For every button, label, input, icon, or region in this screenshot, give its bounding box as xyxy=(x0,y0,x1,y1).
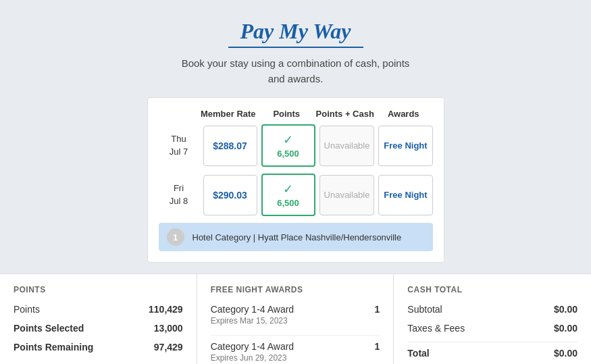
col-awards-header: Awards xyxy=(374,109,433,119)
cash-panel: CASH TOTAL Subtotal $0.00 Taxes & Fees $… xyxy=(394,274,591,364)
title-underline xyxy=(228,47,363,48)
free-night-award-1: Category 1-4 Award xyxy=(211,341,294,352)
points-panel: POINTS Points 110,429 Points Selected 13… xyxy=(0,274,197,364)
bottom-section: POINTS Points 110,429 Points Selected 13… xyxy=(0,274,591,364)
col-points-cash-header: Points + Cash xyxy=(316,109,375,119)
awards-row2[interactable]: Free Night xyxy=(378,175,432,215)
points-label-0: Points xyxy=(14,304,40,315)
subtitle: Book your stay using a combination of ca… xyxy=(14,56,577,86)
points-cash-row2: Unavailable xyxy=(319,175,375,215)
free-night-panel-title: FREE NIGHT AWARDS xyxy=(211,285,380,294)
points-panel-title: POINTS xyxy=(14,285,183,294)
hotel-category-bar: 1 Hotel Category | Hyatt Place Nashville… xyxy=(159,223,433,251)
free-night-expires-0: Expires Mar 15, 2023 xyxy=(211,316,380,326)
table-row: Fri Jul 8 $290.03 ✓ 6,500 Unavailable Fr… xyxy=(159,174,433,216)
points-value-row1: 6,500 xyxy=(277,149,299,159)
cash-value-1: $0.00 xyxy=(554,323,577,334)
free-night-count-1: Category 1-4 Award 1 xyxy=(211,341,380,352)
category-badge: 1 xyxy=(167,228,184,246)
points-value-1: 13,000 xyxy=(154,323,183,334)
table-header: Member Rate Points Points + Cash Awards xyxy=(159,109,433,119)
divider xyxy=(211,335,380,336)
points-value-0: 110,429 xyxy=(149,304,183,315)
page-title: Pay My Way xyxy=(14,19,577,44)
table-row: Thu Jul 7 $288.07 ✓ 6,500 Unavailable Fr… xyxy=(159,124,433,167)
points-row-2: Points Remaining 97,429 xyxy=(14,342,183,353)
cash-label-1: Taxes & Fees xyxy=(407,323,465,334)
cash-label-total: Total xyxy=(407,348,429,359)
cash-label-0: Subtotal xyxy=(407,304,442,315)
points-value-2: 97,429 xyxy=(154,342,183,353)
free-night-count-val-0: 1 xyxy=(375,304,380,315)
free-night-item-0: Category 1-4 Award 1 Expires Mar 15, 202… xyxy=(211,304,380,326)
col-member-rate-header: Member Rate xyxy=(199,109,258,119)
cash-row-total: Total $0.00 xyxy=(407,348,577,359)
free-night-expires-1: Expires Jun 29, 2023 xyxy=(211,353,380,363)
rate-table: Member Rate Points Points + Cash Awards … xyxy=(147,97,444,263)
points-cell-row1[interactable]: ✓ 6,500 xyxy=(261,124,315,167)
hotel-category-text: Hotel Category | Hyatt Place Nashville/H… xyxy=(192,232,402,242)
free-night-item-1: Category 1-4 Award 1 Expires Jun 29, 202… xyxy=(211,341,380,363)
points-cell-row2[interactable]: ✓ 6,500 xyxy=(261,174,315,216)
cash-value-total: $0.00 xyxy=(554,348,577,359)
cash-value-0: $0.00 xyxy=(554,304,577,315)
free-night-count-val-1: 1 xyxy=(375,341,380,352)
points-cash-row1: Unavailable xyxy=(319,126,375,166)
cash-row-1: Taxes & Fees $0.00 xyxy=(407,323,577,334)
free-night-count-0: Category 1-4 Award 1 xyxy=(211,304,380,315)
cash-panel-title: CASH TOTAL xyxy=(407,285,577,294)
cash-divider xyxy=(407,342,577,342)
cash-row-0: Subtotal $0.00 xyxy=(407,304,577,315)
top-section: Pay My Way Book your stay using a combin… xyxy=(0,0,591,274)
date-fri-jul8: Fri Jul 8 xyxy=(159,182,199,207)
points-row-0: Points 110,429 xyxy=(14,304,183,315)
points-value-row2: 6,500 xyxy=(277,198,299,208)
points-row-1: Points Selected 13,000 xyxy=(14,323,183,334)
awards-row1[interactable]: Free Night xyxy=(378,126,432,166)
free-night-award-0: Category 1-4 Award xyxy=(211,304,294,315)
points-label-2: Points Remaining xyxy=(14,342,93,353)
check-icon-row1: ✓ xyxy=(283,132,293,147)
col-points-header: Points xyxy=(257,109,316,119)
col-empty xyxy=(159,109,199,119)
free-night-panel: FREE NIGHT AWARDS Category 1-4 Award 1 E… xyxy=(197,274,394,364)
member-rate-row2[interactable]: $290.03 xyxy=(203,175,257,215)
points-label-1: Points Selected xyxy=(14,323,84,334)
check-icon-row2: ✓ xyxy=(283,182,293,197)
member-rate-row1[interactable]: $288.07 xyxy=(203,126,257,166)
date-thu-jul7: Thu Jul 7 xyxy=(159,133,199,157)
